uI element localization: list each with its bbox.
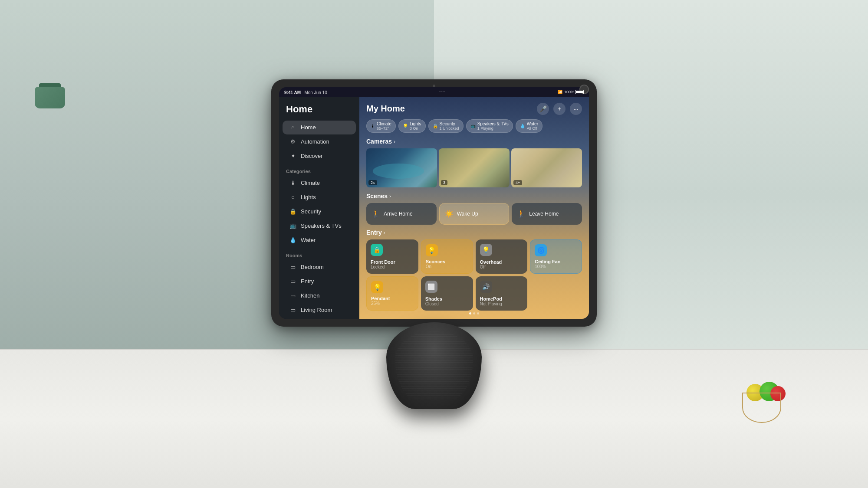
sidebar-livingroom-label: Living Room [301, 307, 332, 313]
device-overhead[interactable]: 💡 Overhead Off [476, 239, 528, 274]
shades-icon-wrap: ⬜ [425, 281, 437, 293]
sidebar-security-label: Security [301, 208, 321, 215]
ceilingfan-icon-wrap: 🌀 [535, 244, 547, 256]
scene-wake[interactable]: ☀️ Wake Up [439, 203, 510, 225]
scenes-arrow[interactable]: › [389, 193, 391, 199]
sidebar-item-water[interactable]: 💧 Water [283, 233, 356, 247]
status-bar: 9:41 AM Mon Jun 10 ··· 📶 100% [279, 87, 589, 97]
scenes-title: Scenes [366, 193, 388, 200]
page-title: My Home [366, 104, 405, 114]
device-ceilingfan[interactable]: 🌀 Ceiling Fan 100% [530, 239, 582, 274]
pill-speakers[interactable]: 📺 Speakers & TVs 1 Playing [466, 119, 513, 133]
device-pendant[interactable]: 💡 Pendant 25% [366, 276, 418, 311]
sidebar-item-entry[interactable]: ▭ Entry [283, 275, 356, 288]
sidebar-item-lights[interactable]: ○ Lights [283, 190, 356, 204]
overhead-status: Off [480, 265, 523, 269]
sidebar-item-livingroom[interactable]: ▭ Living Room [283, 303, 356, 317]
device-homepod[interactable]: 🔊 HomePod Not Playing [476, 276, 528, 311]
shades-name: Shades [425, 296, 469, 301]
sidebar-item-kitchen[interactable]: ▭ Kitchen [283, 289, 356, 303]
dot-2 [473, 312, 475, 314]
pill-lights[interactable]: 💡 Lights 3 On [398, 119, 426, 133]
overhead-name: Overhead [480, 259, 523, 265]
overhead-icon-wrap: 💡 [480, 244, 492, 256]
sidebar-item-speakers[interactable]: 📺 Speakers & TVs [283, 219, 356, 233]
pill-lights-text: Lights 3 On [410, 121, 421, 131]
sidebar-item-climate[interactable]: 🌡 Climate [283, 176, 356, 190]
sidebar-item-home[interactable]: ⌂ Home [283, 121, 356, 134]
camera-living[interactable]: 4+ [511, 148, 582, 187]
sidebar-item-security[interactable]: 🔒 Security [283, 205, 356, 219]
ceilingfan-icon: 🌀 [537, 247, 545, 254]
device-sconces[interactable]: 💡 Sconces On [421, 239, 473, 274]
scenes-header: Scenes › [366, 193, 582, 200]
pendant-status: 25% [371, 301, 414, 306]
sidebar-title: Home [279, 104, 359, 120]
frontdoor-icon-wrap: 🔒 [371, 244, 383, 256]
wake-label: Wake Up [457, 211, 478, 217]
scenes-grid: 🚶 Arrive Home ☀️ Wake Up 🚶 Leave Home [366, 203, 582, 225]
scroll-indicator [366, 311, 582, 314]
scene-arrive[interactable]: 🚶 Arrive Home [366, 203, 437, 225]
sidebar-item-discover[interactable]: ✦ Discover [283, 149, 356, 163]
wake-icon: ☀️ [445, 210, 454, 218]
sidebar: Home ⌂ Home ⚙ Automation ✦ Discover Cat [279, 97, 359, 319]
homepod-status: Not Playing [480, 301, 523, 306]
sconces-icon: 💡 [428, 247, 435, 254]
tablet-frame: 9:41 AM Mon Jun 10 ··· 📶 100% [271, 79, 597, 327]
status-right: 📶 100% [558, 90, 584, 94]
entry-title: Entry [366, 229, 382, 236]
pill-speakers-text: Speakers & TVs 1 Playing [477, 121, 509, 131]
sidebar-speakers-label: Speakers & TVs [301, 223, 342, 229]
category-pills: 🌡 Climate 65–72° 💡 Lights 3 On [366, 119, 582, 133]
add-button[interactable]: ＋ [553, 103, 566, 115]
status-time: 9:41 AM [284, 90, 301, 95]
climate-icon: 🌡 [289, 180, 296, 187]
device: 9:41 AM Mon Jun 10 ··· 📶 100% [271, 79, 597, 409]
tablet-screen: 9:41 AM Mon Jun 10 ··· 📶 100% [279, 87, 589, 319]
pill-water[interactable]: 💧 Water All Off [516, 119, 542, 133]
camera-pool[interactable]: 2s [366, 148, 437, 187]
pendant-info: Pendant 25% [371, 296, 414, 306]
front-camera [433, 85, 435, 87]
sidebar-item-bedroom[interactable]: ▭ Bedroom [283, 260, 356, 274]
pendant-name: Pendant [371, 296, 414, 301]
more-button[interactable]: ··· [570, 103, 582, 115]
overhead-info: Overhead Off [480, 259, 523, 269]
scene-leave[interactable]: 🚶 Leave Home [512, 203, 582, 225]
devices-grid: 🔒 Front Door Locked 💡 [366, 239, 582, 311]
sidebar-entry-label: Entry [301, 278, 314, 285]
entry-header: Entry › [366, 229, 582, 236]
sidebar-item-automation[interactable]: ⚙ Automation [283, 135, 356, 149]
camera-driveway[interactable]: 3 [439, 148, 510, 187]
sconces-name: Sconces [426, 259, 468, 264]
water-icon: 💧 [289, 237, 296, 244]
sidebar-kitchen-label: Kitchen [301, 292, 319, 299]
pill-climate-icon: 🌡 [371, 124, 375, 128]
ceilingfan-status: 100% [535, 264, 577, 269]
sidebar-automation-label: Automation [301, 138, 329, 145]
camera-grid: 2s 3 4+ [366, 148, 582, 187]
arrive-icon: 🚶 [372, 210, 380, 218]
pill-climate[interactable]: 🌡 Climate 65–72° [366, 119, 396, 133]
device-shades[interactable]: ⬜ Shades Closed [421, 276, 473, 311]
camera-driveway-badge: 3 [441, 180, 447, 185]
camera-living-badge: 4+ [513, 180, 522, 185]
cameras-arrow[interactable]: › [394, 139, 395, 144]
security-icon: 🔒 [289, 208, 296, 215]
pill-security[interactable]: 🔒 Security 1 Unlocked [428, 119, 464, 133]
device-frontdoor[interactable]: 🔒 Front Door Locked [366, 239, 418, 274]
pill-water-text: Water All Off [527, 121, 538, 131]
homepod-icon-wrap: 🔊 [480, 281, 492, 293]
pill-speakers-icon: 📺 [470, 124, 476, 128]
homepod-info: HomePod Not Playing [480, 296, 523, 306]
battery-indicator: 100% [564, 90, 584, 94]
camera-pool-badge: 2s [368, 180, 377, 185]
wifi-icon: 📶 [558, 90, 562, 94]
fruit-bowl [742, 393, 781, 423]
microphone-button[interactable]: 🎤 [537, 103, 549, 115]
entry-arrow[interactable]: › [384, 230, 385, 235]
entry-icon: ▭ [289, 278, 296, 285]
top-bar: My Home 🎤 ＋ ··· [366, 103, 582, 115]
ceilingfan-info: Ceiling Fan 100% [535, 259, 577, 269]
